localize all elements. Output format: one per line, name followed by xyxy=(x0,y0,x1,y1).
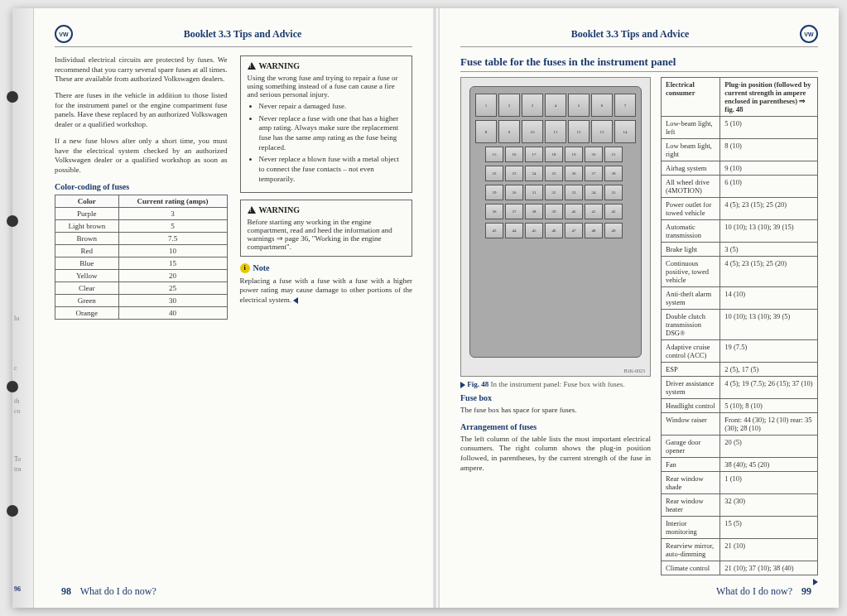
consumer-cell: Rearview mirror, auto-dimming xyxy=(662,539,720,561)
fuse-slot: 3 xyxy=(522,94,543,117)
color-cell: Clear xyxy=(55,282,119,294)
footer-title: What do I do now? xyxy=(80,585,156,597)
fuse-slot: 33 xyxy=(565,185,583,200)
fuse-slot: 30 xyxy=(505,185,523,200)
fuse-slot: 40 xyxy=(565,204,583,219)
consumer-cell: Driver assistance system xyxy=(662,377,720,399)
warning-box: WARNING Using the wrong fuse and trying … xyxy=(240,55,413,193)
position-cell: 20 (5) xyxy=(720,436,818,458)
warning-bullets: Never repair a damaged fuse.Never replac… xyxy=(248,102,406,185)
fuse-slot: 9 xyxy=(498,120,520,143)
fuse-slot: 7 xyxy=(614,94,636,117)
position-cell: 4 (5); 23 (15); 25 (20) xyxy=(720,198,818,220)
fuse-slot: 16 xyxy=(505,147,523,162)
table-row: Green30 xyxy=(55,294,228,306)
fuse-slot: 28 xyxy=(604,166,623,181)
consumer-cell: Headlight control xyxy=(662,399,720,413)
table-header: Color xyxy=(55,195,119,207)
cutoff-text: c xyxy=(14,364,29,372)
table-header: Current rating (amps) xyxy=(118,195,227,207)
body-paragraph: The left column of the table lists the m… xyxy=(460,435,651,474)
table-row: Rear window shade1 (10) xyxy=(662,472,818,494)
amps-cell: 20 xyxy=(118,269,227,282)
fuse-slot: 15 xyxy=(485,147,503,162)
fuse-slot: 34 xyxy=(585,185,603,200)
consumer-cell: Brake light xyxy=(662,243,720,257)
figure-caption: Fig. 48 In the instrument panel: Fuse bo… xyxy=(460,380,651,388)
amps-cell: 40 xyxy=(118,306,227,319)
position-cell: 4 (5); 23 (15); 25 (20) xyxy=(720,257,818,287)
fuse-slot: 2 xyxy=(498,94,520,117)
cutoff-text: th xyxy=(14,397,29,405)
consumer-cell: Low beam light, right xyxy=(662,139,720,161)
color-cell: Brown xyxy=(55,232,119,244)
consumer-cell: Adaptive cruise control (ACC) xyxy=(662,340,720,363)
table-row: Airbag system9 (10) xyxy=(662,161,818,176)
right-column: Electrical consumer Plug-in position (fo… xyxy=(661,77,818,585)
consumer-cell: Power outlet for towed vehicle xyxy=(662,198,720,220)
fuse-slot: 5 xyxy=(568,94,590,117)
fuse-slot: 49 xyxy=(604,223,623,238)
fuse-slot: 42 xyxy=(604,204,623,219)
table-row: Fan38 (40); 45 (20) xyxy=(662,458,818,472)
position-cell: 21 (10) xyxy=(720,539,818,561)
vw-logo-icon: VW xyxy=(55,25,73,43)
fuse-slot: 4 xyxy=(545,94,566,117)
position-cell: 6 (10) xyxy=(720,176,818,198)
amps-cell: 15 xyxy=(118,257,227,269)
fuse-slot: 25 xyxy=(545,166,563,181)
note-circle-icon: i xyxy=(240,263,250,273)
fuse-slot: 19 xyxy=(565,147,583,162)
fuse-slot: 36 xyxy=(485,204,503,219)
subheading: Arrangement of fuses xyxy=(460,422,651,431)
position-cell: 38 (40); 45 (20) xyxy=(720,458,818,472)
warning-header: WARNING xyxy=(248,61,406,70)
position-cell: 14 (10) xyxy=(720,287,818,310)
binder-hole-icon xyxy=(7,215,18,227)
fuse-slot: 26 xyxy=(565,166,583,181)
page-header: VW Booklet 3.3 Tips and Advice xyxy=(460,25,818,47)
color-cell: Red xyxy=(55,244,119,257)
consumer-cell: ESP xyxy=(662,363,720,377)
position-cell: 4 (5); 19 (7.5); 26 (15); 37 (10) xyxy=(720,377,818,399)
body-paragraph: If a new fuse blows after only a short t… xyxy=(55,137,228,176)
fuse-slot: 44 xyxy=(505,223,523,238)
consumer-cell: Climate control xyxy=(662,561,720,575)
page-number: 99 xyxy=(801,585,811,597)
warning-bullet: Never repair a damaged fuse. xyxy=(259,102,406,112)
fuse-slot: 23 xyxy=(505,166,523,181)
fuse-slot: 35 xyxy=(604,185,623,200)
position-cell: 8 (10) xyxy=(720,139,818,161)
subheading: Fuse box xyxy=(460,393,651,402)
table-row: Low-beam light, left5 (10) xyxy=(662,117,818,139)
consumer-cell: Garage door opener xyxy=(662,436,720,458)
subheading: Color-coding of fuses xyxy=(55,182,228,191)
fuse-slot: 39 xyxy=(545,204,563,219)
note-body: Replacing a fuse with a fuse with a fuse… xyxy=(240,277,413,306)
table-row: Orange40 xyxy=(55,306,228,319)
fuse-slot: 32 xyxy=(545,185,563,200)
body-paragraph: The fuse box has space for spare fuses. xyxy=(460,406,651,416)
table-row: Double clutch transmission DSG®10 (10); … xyxy=(662,310,818,340)
binder-hole-icon xyxy=(7,381,18,392)
table-row: Continuous positive, towed vehicle4 (5);… xyxy=(662,257,818,287)
table-row: Brown7.5 xyxy=(55,232,228,244)
cutoff-text: To xyxy=(14,455,29,463)
fuse-slot: 10 xyxy=(522,120,543,143)
fuse-slot: 45 xyxy=(525,223,543,238)
two-column-layout: 1234567891011121314151617181920212223242… xyxy=(460,77,818,585)
table-row: Rear window heater32 (30) xyxy=(662,494,818,517)
warning-bullet: Never replace a blown fuse with a metal … xyxy=(259,155,406,184)
table-row: ESP2 (5), 17 (5) xyxy=(662,363,818,377)
consumer-cell: Anti-theft alarm system xyxy=(662,287,720,310)
page-footer: What do I do now? 99 xyxy=(716,585,818,598)
page-footer: 98 What do I do now? xyxy=(55,585,156,598)
position-cell: 32 (30) xyxy=(720,494,818,517)
warning-box: WARNING Before starting any working in t… xyxy=(240,200,413,257)
fuse-slot: 1 xyxy=(475,94,497,117)
amps-cell: 7.5 xyxy=(118,232,227,244)
position-cell: 2 (5), 17 (5) xyxy=(720,363,818,377)
table-row: Power outlet for towed vehicle4 (5); 23 … xyxy=(662,198,818,220)
amps-cell: 10 xyxy=(118,244,227,257)
cutoff-text: lu xyxy=(14,315,29,322)
